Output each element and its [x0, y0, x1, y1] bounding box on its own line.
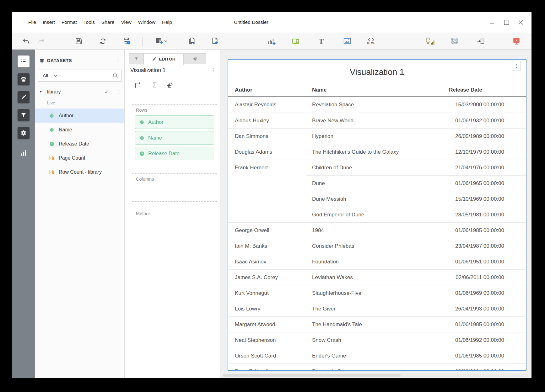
rail-filter-button[interactable]	[18, 109, 30, 121]
visualization-menu-button[interactable]: ⋮	[512, 61, 521, 71]
close-button[interactable]	[518, 20, 523, 25]
collapse-panel-button[interactable]	[477, 37, 485, 45]
dataset-status-button[interactable]	[123, 37, 131, 45]
table-row[interactable]: Lois LowryThe Giver26/04/1993 00:00:00	[228, 301, 526, 316]
duplicate-page-button[interactable]	[188, 37, 196, 45]
rail-visualizations-button[interactable]	[18, 146, 30, 158]
datasets-menu-button[interactable]: ⋮	[116, 58, 121, 63]
table-row[interactable]: Dan SimmonsHyperion26/05/1989 00:00:00	[228, 128, 526, 144]
datasets-icon	[20, 76, 27, 83]
table-row[interactable]: Orson Scott CardEnder's Game01/06/1985 0…	[228, 348, 526, 363]
search-icon[interactable]	[112, 72, 119, 79]
rows-pill-release-date[interactable]: Release Date	[135, 147, 214, 160]
menu-format[interactable]: Format	[61, 18, 78, 26]
dataset-field-name[interactable]: Name	[35, 123, 124, 137]
table-row[interactable]: George Orwell198401/06/1985 00:00:00	[228, 222, 526, 238]
cell-name: God Emperor of Dune	[306, 207, 443, 222]
tab-editor[interactable]: EDITOR	[143, 53, 184, 65]
table-row[interactable]: Isaac AsimovFoundation01/06/1951 00:00:0…	[228, 254, 526, 269]
menu-view[interactable]: View	[120, 18, 132, 26]
duplicate-page-icon	[188, 37, 196, 45]
column-header-author[interactable]: Author	[228, 83, 306, 96]
menu-insert[interactable]: Insert	[42, 18, 56, 26]
group-objects-button[interactable]	[451, 37, 459, 45]
metrics-drop-zone[interactable]: Metrics	[132, 208, 217, 236]
rows-pill-author[interactable]: Author	[135, 115, 214, 129]
cell-author: Orson Scott Card	[228, 348, 306, 363]
rail-datasets-button[interactable]	[18, 73, 30, 85]
table-row[interactable]: Kurt VonnegutSlaughterhouse-Five01/06/19…	[228, 285, 526, 301]
editor-viz-menu-button[interactable]: ⋮	[211, 68, 216, 73]
table-row[interactable]: Peter F. HamiltonPandora's Star02/03/200…	[228, 363, 526, 370]
columns-drop-zone[interactable]: Columns	[132, 173, 217, 202]
insights-button[interactable]	[424, 37, 435, 45]
table-row[interactable]: God Emperor of Dune28/05/1981 00:00:00	[228, 207, 526, 222]
dataset-filter-value[interactable]: All	[43, 73, 48, 78]
table-row[interactable]: Iain M. BanksConsider Phlebas23/04/1987 …	[228, 238, 526, 254]
cell-release-date: 23/04/1987 00:00:00	[443, 238, 526, 254]
dataset-search-box[interactable]: All	[38, 70, 122, 82]
save-button[interactable]	[74, 37, 83, 45]
present-button[interactable]	[512, 37, 521, 45]
table-row[interactable]: Frank HerbertChildren of Dune21/04/1976 …	[228, 160, 526, 175]
dataset-menu-button[interactable]: ⋮	[116, 89, 121, 94]
group-objects-icon	[451, 37, 459, 45]
minimize-button[interactable]	[489, 20, 494, 25]
add-page-button[interactable]	[211, 37, 219, 45]
menu-tools[interactable]: Tools	[83, 18, 95, 26]
add-visualization-button[interactable]	[267, 37, 276, 45]
cell-author: Lois Lowry	[228, 301, 306, 316]
swap-axes-icon	[134, 81, 141, 89]
add-selector-button[interactable]	[292, 37, 300, 45]
menu-window[interactable]: Window	[138, 18, 156, 26]
column-header-release-date[interactable]: Release Date	[443, 83, 526, 96]
visualization-panel[interactable]: Visualization 1 ⋮ AuthorNameRelease Date…	[228, 59, 526, 371]
table-row[interactable]: Alastair ReynoldsRevelation Space15/03/2…	[228, 97, 526, 113]
undo-button[interactable]	[22, 37, 30, 45]
dataset-field-release-date[interactable]: Release Date	[35, 137, 124, 151]
rail-format-button[interactable]	[18, 91, 30, 103]
table-row[interactable]: Neal StephensonSnow Crash01/06/1992 00:0…	[228, 332, 526, 348]
table-row[interactable]: Aldous HuxleyBrave New World01/06/1932 0…	[228, 113, 526, 128]
clear-button[interactable]	[166, 81, 174, 89]
dataset-name: library	[47, 89, 61, 95]
dataset-field-row-count-library[interactable]: Row Count - library	[35, 165, 124, 179]
add-text-button[interactable]: T	[317, 37, 325, 45]
cell-author	[228, 191, 306, 207]
menu-help[interactable]: Help	[161, 18, 173, 26]
table-row[interactable]: James S.A. CoreyLeviathan Wakes02/06/201…	[228, 269, 526, 285]
scrollbar-thumb[interactable]	[223, 374, 401, 377]
maximize-button[interactable]	[504, 20, 509, 25]
add-dataset-icon	[155, 37, 163, 45]
dataset-field-author[interactable]: Author	[35, 109, 124, 123]
refresh-button[interactable]	[99, 37, 107, 45]
datasets-panel: DATASETS ⋮ All ▾ library ✓ ⋮ Live Author…	[35, 50, 125, 378]
swap-axes-button[interactable]	[133, 81, 142, 89]
cell-name: Snow Crash	[306, 332, 443, 348]
table-row[interactable]: Dune Messiah15/10/1969 00:00:00	[228, 191, 526, 207]
column-header-name[interactable]: Name	[306, 83, 443, 96]
rows-pill-name[interactable]: Name	[135, 131, 214, 145]
horizontal-scrollbar[interactable]	[223, 374, 529, 377]
menu-file[interactable]: File	[28, 18, 37, 26]
add-html-button[interactable]: HTML	[366, 37, 376, 45]
rows-drop-zone[interactable]: Rows AuthorNameRelease Date	[132, 104, 217, 166]
add-image-button[interactable]	[343, 37, 351, 45]
redo-button[interactable]	[37, 37, 45, 45]
pencil-icon	[20, 93, 27, 101]
rail-settings-button[interactable]	[18, 127, 30, 139]
cell-name: Children of Dune	[306, 160, 443, 175]
menu-share[interactable]: Share	[101, 18, 115, 26]
dataset-field-page-count[interactable]: Page Count	[35, 151, 124, 165]
rail-contents-button[interactable]	[18, 56, 30, 67]
dataset-library-row[interactable]: ▾ library ✓ ⋮	[35, 88, 124, 97]
tab-filter[interactable]	[129, 53, 143, 64]
table-row[interactable]: Dune01/06/1965 00:00:00	[228, 175, 526, 191]
table-row[interactable]: Margaret AtwoodThe Handmaid's Tale01/06/…	[228, 316, 526, 332]
dossier-canvas: Visualization 1 ⋮ AuthorNameRelease Date…	[220, 50, 532, 378]
table-row[interactable]: Douglas AdamsThe Hitchhiker's Guide to t…	[228, 144, 526, 160]
expand-triangle-icon[interactable]: ▾	[40, 90, 42, 94]
totals-button[interactable]: Σ	[150, 81, 159, 89]
tab-properties[interactable]	[184, 53, 206, 64]
add-data-button[interactable]	[155, 37, 168, 45]
